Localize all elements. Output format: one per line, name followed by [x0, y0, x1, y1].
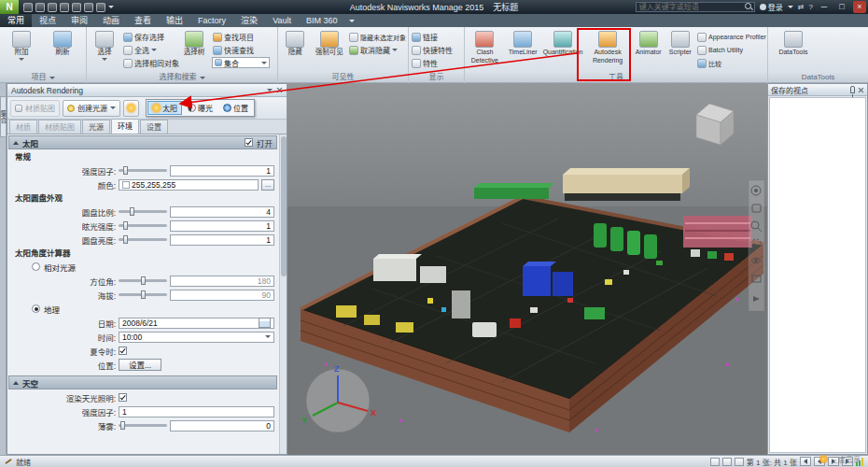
- refresh-button[interactable]: 刷新: [43, 29, 82, 57]
- navigation-bar[interactable]: [749, 180, 764, 311]
- require-button[interactable]: 强制可见: [313, 29, 346, 57]
- select-all-button[interactable]: 全选: [122, 44, 176, 56]
- relative-light-radio[interactable]: [32, 262, 40, 271]
- panel-scrollbar[interactable]: [279, 134, 287, 454]
- panel-menu-icon[interactable]: [267, 89, 273, 92]
- sun-button[interactable]: 太阳: [147, 101, 182, 115]
- quick-find-button[interactable]: 快速查找: [212, 44, 273, 56]
- minimize-button[interactable]: ─: [818, 1, 831, 13]
- close-button[interactable]: ×: [853, 1, 866, 13]
- altitude-slider[interactable]: [119, 293, 167, 296]
- timeliner-button[interactable]: TimeLiner: [505, 29, 541, 57]
- print-icon[interactable]: [48, 3, 57, 12]
- skylight-checkbox[interactable]: [119, 393, 127, 402]
- refresh-tool-icon[interactable]: [96, 3, 105, 12]
- select-same-button[interactable]: 选择相同对象: [122, 57, 176, 69]
- animator-button[interactable]: Animator: [633, 29, 665, 57]
- disk-scale-value[interactable]: 4: [170, 206, 274, 218]
- maximize-button[interactable]: □: [835, 1, 848, 13]
- signin-caret-icon[interactable]: [788, 6, 793, 8]
- tab-factory[interactable]: Factory: [190, 14, 233, 27]
- disk-scale-slider[interactable]: [119, 210, 167, 213]
- hide-unselected-button[interactable]: 隐藏未选定对象: [348, 31, 406, 43]
- tab-render[interactable]: 渲染: [233, 14, 265, 27]
- save-icon[interactable]: [35, 3, 45, 12]
- tab-viewpoint[interactable]: 视点: [32, 14, 63, 27]
- layout-icon-1[interactable]: [710, 458, 720, 466]
- autodesk-rendering-button[interactable]: Autodesk Rendering: [584, 29, 630, 64]
- tab-settings[interactable]: 设置: [140, 120, 168, 134]
- intensity-value[interactable]: 1: [170, 165, 274, 177]
- sets-dropdown[interactable]: 集合: [212, 57, 270, 68]
- location-settings-button[interactable]: 设置...: [119, 359, 161, 371]
- material-mapping-button[interactable]: 材质贴图: [10, 100, 60, 117]
- dst-checkbox[interactable]: [119, 347, 127, 355]
- tab-review[interactable]: 审阅: [63, 14, 95, 27]
- color-value[interactable]: 255,255,255: [119, 179, 259, 191]
- help-icon[interactable]: ?: [809, 3, 813, 11]
- qat-dropdown-icon[interactable]: [108, 6, 114, 8]
- sets-panel-tab[interactable]: 集合: [0, 96, 7, 137]
- select-tool-icon[interactable]: [84, 3, 93, 12]
- tab-vault[interactable]: Vault: [265, 14, 299, 27]
- first-sheet-button[interactable]: [800, 457, 811, 466]
- location-button[interactable]: 位置: [218, 101, 253, 115]
- view-cube[interactable]: [696, 104, 734, 145]
- sun-on-checkbox[interactable]: [245, 138, 253, 147]
- help-search-box[interactable]: [636, 2, 755, 12]
- haze-value[interactable]: 0: [170, 420, 274, 432]
- tab-environments[interactable]: 环境: [111, 119, 139, 134]
- sky-intensity-value[interactable]: 1: [119, 406, 274, 417]
- sun-section-header[interactable]: 太阳 打开: [8, 135, 277, 149]
- search-input[interactable]: [639, 3, 742, 11]
- geographic-radio[interactable]: [32, 304, 40, 313]
- search-icon[interactable]: [745, 3, 751, 11]
- properties-button[interactable]: 特性: [411, 57, 461, 69]
- scripter-button[interactable]: Scripter: [666, 29, 694, 57]
- time-dropdown[interactable]: 10:00: [119, 332, 274, 343]
- quantification-button[interactable]: Quantification: [543, 29, 583, 57]
- tab-lighting[interactable]: 光源: [82, 120, 110, 134]
- glow-value[interactable]: 1: [170, 220, 274, 232]
- attach-button[interactable]: 附加: [2, 29, 41, 61]
- tab-view[interactable]: 查看: [127, 14, 159, 27]
- tab-output[interactable]: 输出: [159, 14, 190, 27]
- exposure-button[interactable]: 曝光: [183, 101, 217, 115]
- exchange-apps-icon[interactable]: ⇄: [798, 3, 805, 11]
- tab-bim360[interactable]: BIM 360: [299, 14, 345, 27]
- create-light-button[interactable]: 创建光源: [63, 100, 120, 117]
- links-button[interactable]: 链接: [411, 31, 461, 43]
- ribbon-options-caret-icon[interactable]: [349, 20, 355, 22]
- disk-brightness-value[interactable]: 1: [170, 234, 274, 246]
- disk-brightness-slider[interactable]: [119, 238, 167, 241]
- selection-tree-button[interactable]: 选择树: [178, 29, 210, 57]
- viewpoints-close-icon[interactable]: [858, 87, 864, 93]
- quick-properties-button[interactable]: 快捷特性: [411, 44, 461, 56]
- tab-material-mapping[interactable]: 材质贴图: [38, 120, 81, 134]
- tab-materials[interactable]: 材质: [9, 120, 37, 134]
- scene-view[interactable]: Z X Y: [287, 83, 767, 455]
- calendar-icon[interactable]: [259, 318, 271, 328]
- layout-icon-3[interactable]: [735, 458, 744, 466]
- clash-detective-button[interactable]: Clash Detective: [467, 29, 503, 64]
- sky-section-header[interactable]: 天空: [8, 375, 277, 389]
- azimuth-slider[interactable]: [119, 279, 167, 282]
- panel-close-icon[interactable]: [276, 87, 283, 93]
- glow-slider[interactable]: [119, 224, 167, 227]
- pin-icon[interactable]: [850, 86, 855, 93]
- open-icon[interactable]: [23, 3, 33, 12]
- date-value[interactable]: 2008/6/21: [119, 318, 274, 329]
- tab-animation[interactable]: 动画: [95, 14, 127, 27]
- redo-icon[interactable]: [72, 3, 81, 12]
- altitude-value[interactable]: 90: [170, 290, 274, 301]
- save-selection-button[interactable]: 保存选择: [122, 31, 176, 43]
- select-button[interactable]: 选择: [89, 29, 120, 61]
- unhide-button[interactable]: 取消隐藏: [348, 44, 406, 56]
- intensity-slider[interactable]: [119, 169, 167, 172]
- haze-slider[interactable]: [119, 424, 167, 427]
- sun-tool-button[interactable]: [123, 100, 139, 117]
- color-picker-button[interactable]: ...: [261, 179, 274, 191]
- hide-button[interactable]: 隐藏: [280, 29, 311, 57]
- tab-home[interactable]: 常用: [0, 14, 32, 27]
- sign-in-button[interactable]: 登录: [760, 2, 783, 12]
